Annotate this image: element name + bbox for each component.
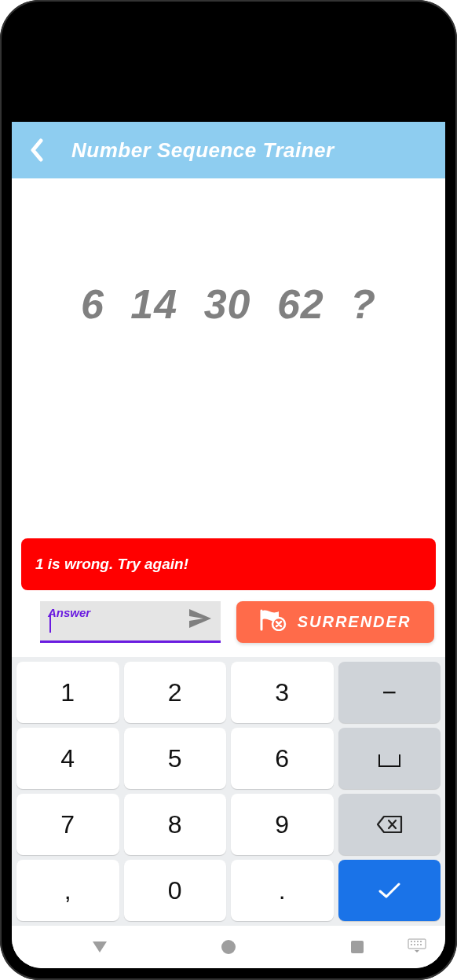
surrender-label: SURRENDER: [298, 613, 411, 631]
key-dot[interactable]: .: [231, 860, 334, 921]
numeric-keypad: 1 2 3 − 4 5 6 ⌴ 7 8 9 , 0 .: [12, 657, 445, 926]
flag-x-icon: [260, 609, 287, 635]
send-icon[interactable]: [188, 607, 213, 633]
nav-back-button[interactable]: [84, 940, 115, 954]
key-minus[interactable]: −: [338, 662, 441, 723]
svg-point-10: [417, 944, 419, 945]
key-8[interactable]: 8: [124, 794, 227, 855]
screen: Number Sequence Trainer 6 14 30 62 ? 1 i…: [12, 122, 445, 968]
key-6[interactable]: 6: [231, 728, 334, 789]
square-icon: [350, 940, 364, 954]
answer-label: Answer: [48, 606, 90, 619]
svg-rect-2: [351, 941, 364, 953]
nav-recents-button[interactable]: [342, 940, 373, 954]
backspace-icon: [376, 815, 403, 834]
svg-point-11: [420, 944, 422, 945]
back-button[interactable]: [21, 134, 53, 166]
svg-point-4: [411, 941, 412, 942]
svg-point-6: [417, 941, 419, 942]
phone-frame: Number Sequence Trainer 6 14 30 62 ? 1 i…: [0, 0, 457, 980]
sequence-area: 6 14 30 62 ?: [18, 178, 439, 535]
top-black-bar: [12, 12, 445, 122]
key-comma[interactable]: ,: [16, 860, 119, 921]
android-nav-bar: [12, 926, 445, 968]
key-9[interactable]: 9: [231, 794, 334, 855]
svg-rect-3: [408, 939, 426, 949]
phone-inner: Number Sequence Trainer 6 14 30 62 ? 1 i…: [12, 12, 445, 968]
answer-input[interactable]: Answer: [40, 601, 221, 643]
keyboard-icon: [408, 938, 426, 952]
main-content: 6 14 30 62 ? 1 is wrong. Try again! Answ…: [12, 178, 445, 657]
svg-point-1: [221, 940, 236, 954]
key-confirm[interactable]: [338, 860, 441, 921]
svg-point-9: [414, 944, 415, 945]
keyboard-toggle-button[interactable]: [408, 938, 426, 956]
svg-point-5: [414, 941, 415, 942]
number-sequence: 6 14 30 62 ?: [81, 281, 376, 328]
key-1[interactable]: 1: [16, 662, 119, 723]
svg-point-8: [411, 944, 412, 945]
page-title: Number Sequence Trainer: [71, 138, 335, 163]
chevron-left-icon: [29, 138, 45, 162]
check-icon: [377, 881, 402, 900]
error-banner: 1 is wrong. Try again!: [21, 538, 436, 590]
key-3[interactable]: 3: [231, 662, 334, 723]
key-0[interactable]: 0: [124, 860, 227, 921]
triangle-down-icon: [91, 940, 108, 954]
key-2[interactable]: 2: [124, 662, 227, 723]
key-backspace[interactable]: [338, 794, 441, 855]
surrender-button[interactable]: SURRENDER: [236, 601, 434, 643]
key-4[interactable]: 4: [16, 728, 119, 789]
title-bar: Number Sequence Trainer: [12, 122, 445, 178]
key-space[interactable]: ⌴: [338, 728, 441, 789]
text-caret: [49, 614, 51, 633]
circle-icon: [221, 939, 236, 955]
svg-point-7: [420, 941, 422, 942]
key-5[interactable]: 5: [124, 728, 227, 789]
input-row: Answer: [18, 601, 439, 657]
key-7[interactable]: 7: [16, 794, 119, 855]
nav-home-button[interactable]: [213, 939, 244, 955]
